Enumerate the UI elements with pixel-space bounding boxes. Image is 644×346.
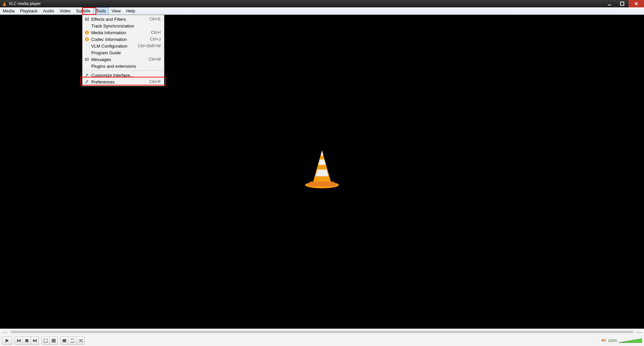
minimize-button[interactable] [603, 0, 616, 7]
svg-rect-35 [63, 341, 66, 342]
volume-control: 100% [601, 338, 642, 343]
previous-button[interactable] [15, 337, 23, 345]
menu-audio[interactable]: Audio [40, 7, 57, 14]
loop-button[interactable] [68, 337, 76, 345]
menu-tools[interactable]: Tools [93, 7, 109, 14]
info-icon [83, 37, 91, 42]
svg-rect-29 [36, 339, 37, 342]
vlc-cone-logo [304, 149, 340, 190]
menuitem-preferences[interactable]: Preferences Ctrl+P [83, 78, 164, 85]
maximize-button[interactable] [616, 0, 629, 7]
menubar: Media Playback Audio Video Subtitle Tool… [0, 7, 644, 15]
menu-separator [83, 70, 163, 71]
svg-rect-14 [87, 38, 87, 39]
svg-marker-36 [82, 339, 83, 340]
random-button[interactable] [76, 337, 85, 345]
play-button[interactable] [2, 337, 12, 345]
close-button[interactable] [629, 0, 644, 7]
menu-playback[interactable]: Playback [17, 7, 40, 14]
svg-marker-22 [316, 170, 328, 176]
svg-rect-1 [2, 5, 6, 6]
menuitem-plugins[interactable]: Plugins and extensions [83, 63, 164, 69]
svg-rect-25 [17, 339, 18, 342]
equalizer-icon [83, 17, 91, 21]
wrench-icon [83, 73, 91, 77]
svg-rect-13 [87, 39, 87, 41]
svg-rect-3 [621, 2, 624, 5]
remaining-time: --:-- [636, 330, 642, 334]
skip-group [15, 337, 39, 345]
svg-rect-32 [55, 339, 55, 342]
titlebar: VLC media player [0, 0, 644, 7]
svg-rect-27 [25, 339, 28, 342]
svg-marker-0 [3, 1, 6, 5]
svg-rect-33 [63, 339, 66, 340]
svg-rect-8 [88, 17, 89, 21]
fullscreen-button[interactable] [42, 337, 50, 345]
menuitem-vlm-config[interactable]: VLM Configuration Ctrl+Shift+W [83, 43, 164, 49]
volume-slider[interactable] [619, 338, 642, 343]
svg-marker-23 [307, 182, 337, 186]
menuitem-customize-interface[interactable]: Customize Interface... [83, 72, 164, 78]
app-cone-icon [1, 1, 7, 7]
svg-rect-7 [87, 18, 87, 21]
tools-dropdown: Effects and Filters Ctrl+E Track Synchro… [82, 15, 164, 86]
extended-settings-button[interactable] [50, 337, 58, 345]
svg-marker-37 [82, 341, 83, 342]
menuitem-program-guide[interactable]: Program Guide [83, 49, 164, 56]
svg-marker-38 [601, 339, 604, 342]
svg-marker-26 [18, 339, 20, 342]
speaker-icon[interactable] [601, 338, 606, 343]
messages-icon [83, 57, 91, 62]
view-group [42, 337, 58, 345]
svg-rect-17 [86, 59, 88, 60]
svg-marker-39 [619, 339, 642, 343]
seek-slider[interactable] [11, 331, 634, 333]
menuitem-media-info[interactable]: Media Information Ctrl+I [83, 29, 164, 36]
wrench-icon [83, 79, 91, 84]
svg-rect-10 [87, 32, 87, 34]
menuitem-effects-filters[interactable]: Effects and Filters Ctrl+E [83, 16, 164, 22]
menu-media[interactable]: Media [0, 7, 17, 14]
menuitem-codec-info[interactable]: Codec Information Ctrl+J [83, 36, 164, 43]
menu-subtitle[interactable]: Subtitle [73, 7, 93, 14]
menu-video[interactable]: Video [57, 7, 73, 14]
stop-button[interactable] [23, 337, 31, 345]
elapsed-time: --:-- [2, 330, 8, 334]
svg-rect-11 [87, 31, 87, 32]
bottom-control-bar: --:-- --:-- 100% [0, 329, 644, 346]
svg-marker-28 [33, 339, 36, 342]
playlist-group [60, 337, 85, 345]
menuitem-track-sync[interactable]: Track Synchronization [83, 22, 164, 29]
menuitem-messages[interactable]: Messages Ctrl+M [83, 56, 164, 63]
info-icon [83, 30, 91, 35]
svg-marker-20 [321, 151, 323, 156]
menu-help[interactable]: Help [123, 7, 138, 14]
menu-view[interactable]: View [109, 7, 123, 14]
next-button[interactable] [31, 337, 39, 345]
playlist-button[interactable] [60, 337, 68, 345]
svg-rect-16 [86, 59, 88, 59]
svg-rect-31 [53, 339, 54, 342]
svg-rect-6 [85, 17, 86, 21]
volume-percent: 100% [608, 339, 617, 343]
svg-rect-2 [608, 5, 611, 5]
svg-marker-24 [6, 339, 9, 342]
window-title: VLC media player [9, 1, 41, 6]
svg-rect-30 [52, 339, 53, 342]
svg-rect-34 [63, 340, 66, 341]
